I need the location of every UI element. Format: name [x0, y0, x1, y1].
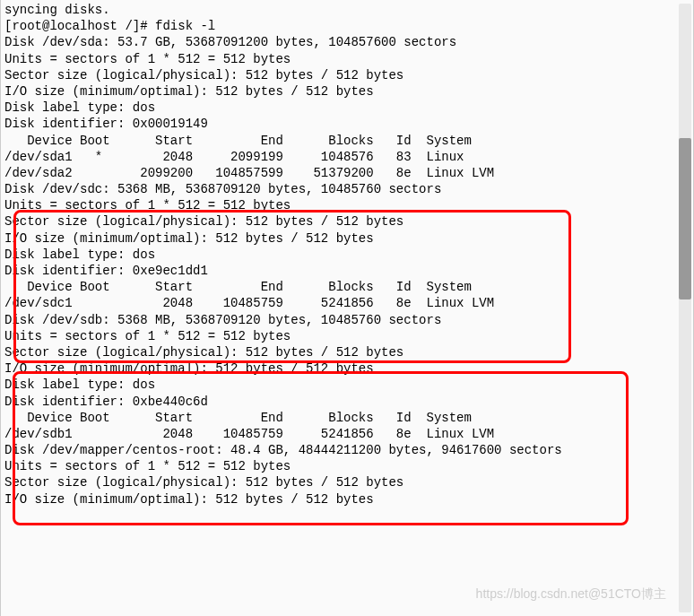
- terminal-line: Device Boot Start End Blocks Id System: [4, 279, 690, 295]
- terminal-line: Sector size (logical/physical): 512 byte…: [4, 474, 690, 490]
- terminal-line: Units = sectors of 1 * 512 = 512 bytes: [4, 328, 690, 344]
- terminal-line: I/O size (minimum/optimal): 512 bytes / …: [4, 230, 690, 247]
- terminal-line: /dev/sda1 * 2048 2099199 1048576 83 Linu…: [4, 149, 690, 165]
- terminal-window: syncing disks.[root@localhost /]# fdisk …: [0, 0, 694, 616]
- terminal-output[interactable]: syncing disks.[root@localhost /]# fdisk …: [4, 2, 690, 508]
- terminal-line: I/O size (minimum/optimal): 512 bytes / …: [4, 83, 690, 100]
- terminal-line: Disk identifier: 0xbe440c6d: [4, 394, 690, 410]
- terminal-line: [root@localhost /]# fdisk -l: [4, 18, 690, 34]
- terminal-line: Disk /dev/sdc: 5368 MB, 5368709120 bytes…: [4, 181, 690, 197]
- terminal-line: Device Boot Start End Blocks Id System: [4, 133, 690, 149]
- terminal-line: Disk label type: dos: [4, 377, 690, 393]
- terminal-line: Disk label type: dos: [4, 100, 690, 116]
- terminal-line: /dev/sdb1 2048 10485759 5241856 8e Linux…: [4, 426, 690, 442]
- terminal-line: Sector size (logical/physical): 512 byte…: [4, 344, 690, 360]
- terminal-line: Disk label type: dos: [4, 247, 690, 263]
- terminal-line: Sector size (logical/physical): 512 byte…: [4, 213, 690, 230]
- terminal-line: Units = sectors of 1 * 512 = 512 bytes: [4, 197, 690, 213]
- terminal-line: Sector size (logical/physical): 512 byte…: [4, 67, 690, 83]
- terminal-line: I/O size (minimum/optimal): 512 bytes / …: [4, 491, 690, 508]
- terminal-line: Disk /dev/sda: 53.7 GB, 53687091200 byte…: [4, 34, 690, 50]
- terminal-line: Units = sectors of 1 * 512 = 512 bytes: [4, 458, 690, 474]
- terminal-line: /dev/sda2 2099200 104857599 51379200 8e …: [4, 165, 690, 181]
- terminal-line: syncing disks.: [4, 2, 690, 18]
- terminal-line: Units = sectors of 1 * 512 = 512 bytes: [4, 51, 690, 67]
- watermark-text: https://blog.csdn.net@51CTO博主: [476, 586, 666, 602]
- terminal-line: Disk identifier: 0x00019149: [4, 116, 690, 132]
- terminal-line: I/O size (minimum/optimal): 512 bytes / …: [4, 360, 690, 377]
- terminal-line: /dev/sdc1 2048 10485759 5241856 8e Linux…: [4, 295, 690, 311]
- scrollbar[interactable]: [679, 4, 691, 612]
- terminal-line: Disk identifier: 0xe9ec1dd1: [4, 263, 690, 279]
- scrollbar-thumb[interactable]: [679, 138, 691, 299]
- terminal-line: Disk /dev/sdb: 5368 MB, 5368709120 bytes…: [4, 312, 690, 328]
- terminal-line: Disk /dev/mapper/centos-root: 48.4 GB, 4…: [4, 442, 690, 458]
- terminal-line: Device Boot Start End Blocks Id System: [4, 410, 690, 426]
